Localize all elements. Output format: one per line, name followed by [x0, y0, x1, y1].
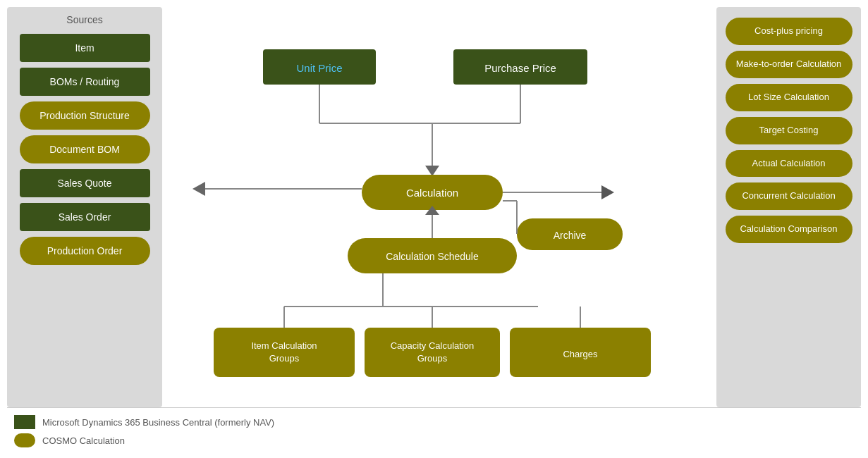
source-production-order-button[interactable]: Production Order: [20, 237, 150, 265]
source-sales-quote-button[interactable]: Sales Quote: [20, 169, 150, 197]
sources-title: Sources: [66, 14, 102, 25]
svg-rect-25: [365, 328, 500, 377]
sources-panel: Sources Item BOMs / Routing Production S…: [7, 7, 162, 407]
right-actual-calc-button[interactable]: Actual Calculation: [726, 150, 852, 178]
right-panel: Cost-plus pricing Make-to-order Calculat…: [716, 7, 861, 407]
right-make-to-order-button[interactable]: Make-to-order Calculation: [726, 51, 852, 78]
right-lot-size-button[interactable]: Lot Size Calculation: [726, 84, 852, 111]
svg-marker-8: [425, 166, 439, 176]
right-cost-plus-button[interactable]: Cost-plus pricing: [726, 18, 852, 45]
svg-marker-28: [192, 182, 205, 196]
unit-price-label: Unit Price: [296, 62, 342, 74]
main-container: Sources Item BOMs / Routing Production S…: [0, 0, 868, 458]
calculation-label: Calculation: [406, 187, 458, 199]
right-target-costing-button[interactable]: Target Costing: [726, 117, 852, 144]
right-concurrent-calc-button[interactable]: Concurrent Calculation: [726, 182, 852, 210]
svg-text:Groups: Groups: [417, 353, 448, 364]
legend-olive-box: [14, 433, 35, 447]
source-sales-order-button[interactable]: Sales Order: [20, 203, 150, 231]
source-boms-button[interactable]: BOMs / Routing: [20, 68, 150, 96]
svg-rect-23: [214, 328, 355, 377]
source-item-button[interactable]: Item: [20, 34, 150, 62]
legend-dark-item: Microsoft Dynamics 365 Business Central …: [14, 415, 854, 429]
right-calc-comparison-button[interactable]: Calculation Comparison: [726, 216, 852, 243]
legend-dark-box: [14, 415, 35, 429]
diagram-area: Sources Item BOMs / Routing Production S…: [7, 7, 861, 407]
legend-olive-label: COSMO Calculation: [42, 435, 125, 446]
purchase-price-label: Purchase Price: [484, 62, 556, 74]
source-production-structure-button[interactable]: Production Structure: [20, 101, 150, 130]
legend-area: Microsoft Dynamics 365 Business Central …: [7, 407, 861, 451]
svg-text:Groups: Groups: [269, 353, 300, 364]
svg-marker-11: [601, 185, 614, 199]
item-calc-groups-label: Item Calculation: [251, 340, 317, 351]
calc-schedule-label: Calculation Schedule: [386, 251, 479, 262]
archive-label: Archive: [554, 230, 587, 241]
capacity-calc-groups-label: Capacity Calculation: [391, 340, 475, 351]
middle-area: Unit Price Purchase Price Calculation: [162, 7, 716, 407]
legend-dark-label: Microsoft Dynamics 365 Business Central …: [42, 417, 274, 428]
source-document-bom-button[interactable]: Document BOM: [20, 135, 150, 163]
legend-olive-item: COSMO Calculation: [14, 433, 854, 447]
diagram-svg: Unit Price Purchase Price Calculation: [192, 14, 686, 395]
charges-label: Charges: [563, 349, 598, 359]
